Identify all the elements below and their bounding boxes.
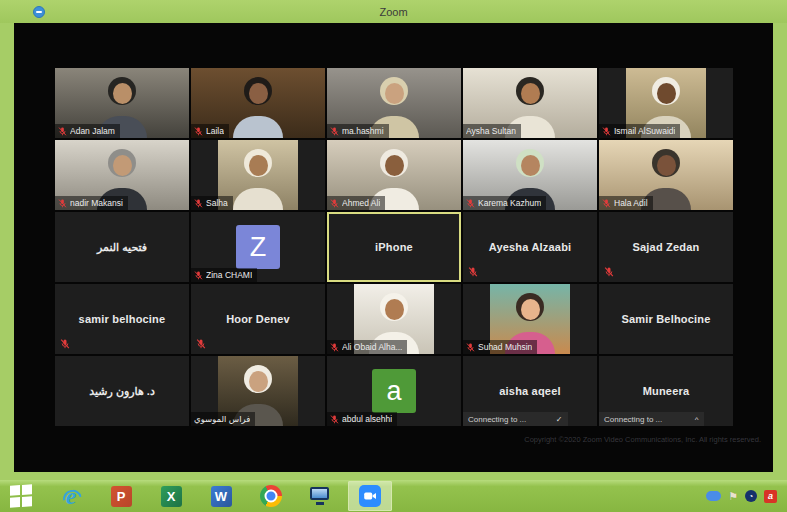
connecting-status-icon: ✓: [556, 415, 563, 424]
chrome-icon: [260, 485, 282, 507]
computer-icon: [310, 487, 332, 505]
connecting-status: Connecting to ... ^: [599, 412, 704, 426]
participant-tile[interactable]: Adan Jalam: [55, 68, 189, 138]
muted-mic-icon: [604, 267, 614, 277]
word-icon: W: [211, 486, 232, 507]
participant-name-badge: abdul alsehhi: [327, 412, 397, 426]
participant-name: Adan Jalam: [70, 126, 115, 136]
participant-name: ma.hashmi: [342, 126, 384, 136]
participant-name: د. هارون رشيد: [55, 356, 189, 426]
antivirus-tray-icon[interactable]: a: [764, 490, 777, 503]
participant-name: iPhone: [327, 212, 461, 282]
participant-name: Hoor Denev: [191, 284, 325, 354]
participant-tile[interactable]: Ahmed Ali: [327, 140, 461, 210]
video-grid: Adan Jalam Laila: [55, 68, 733, 426]
participant-name: Ahmed Ali: [342, 198, 380, 208]
participant-name: فتحيه النمر: [55, 212, 189, 282]
participant-tile[interactable]: ma.hashmi: [327, 68, 461, 138]
participant-name: Laila: [206, 126, 224, 136]
participant-name: Ayesha Alzaabi: [463, 212, 597, 282]
start-button[interactable]: [0, 480, 42, 512]
word-button[interactable]: W: [200, 480, 242, 512]
person-head: [657, 83, 676, 104]
participant-tile[interactable]: samir belhocine: [55, 284, 189, 354]
participant-tile[interactable]: Ali Obaid Alha...: [327, 284, 461, 354]
participant-name: Karema Kazhum: [478, 198, 541, 208]
participant-tile[interactable]: nadir Makansi: [55, 140, 189, 210]
muted-mic-icon: [468, 267, 478, 277]
windows-logo-icon: [10, 484, 32, 507]
participant-name-badge: Ali Obaid Alha...: [327, 340, 407, 354]
participant-tile[interactable]: Laila: [191, 68, 325, 138]
participant-tile[interactable]: د. هارون رشيد: [55, 356, 189, 426]
window-titlebar: Zoom: [0, 0, 787, 23]
participant-name: Hala Adil: [614, 198, 648, 208]
computer-button[interactable]: [300, 480, 342, 512]
participant-tile[interactable]: a abdul alsehhi: [327, 356, 461, 426]
person-head: [385, 155, 404, 176]
participant-tile[interactable]: فراس الموسوي: [191, 356, 325, 426]
participant-tile[interactable]: aisha aqeel Connecting to ... ✓: [463, 356, 597, 426]
flag-tray-icon[interactable]: ⚑: [728, 491, 738, 502]
participant-tile[interactable]: Samir Belhocine: [599, 284, 733, 354]
participant-name: Salha: [206, 198, 228, 208]
muted-mic-icon: [330, 127, 339, 136]
participant-tile[interactable]: فتحيه النمر: [55, 212, 189, 282]
connecting-status-icon: ^: [695, 415, 699, 424]
muted-mic-icon: [60, 339, 70, 349]
person-head: [113, 155, 132, 176]
internet-explorer-icon: e: [66, 484, 77, 508]
window-menu-button[interactable]: [33, 6, 45, 18]
participant-name: abdul alsehhi: [342, 414, 392, 424]
muted-mic-icon: [330, 343, 339, 352]
participant-name: فراس الموسوي: [194, 414, 250, 424]
participant-tile[interactable]: Hala Adil: [599, 140, 733, 210]
window-title: Zoom: [379, 6, 407, 18]
zoom-app-button[interactable]: [348, 481, 392, 511]
participant-tile[interactable]: Z Zina CHAMI: [191, 212, 325, 282]
person-head: [385, 83, 404, 104]
participant-tile[interactable]: Suhad Muhsin: [463, 284, 597, 354]
participant-name-badge: Karema Kazhum: [463, 196, 546, 210]
muted-mic-icon: [466, 343, 475, 352]
person-torso: [233, 188, 283, 210]
zoom-meeting-window: Adan Jalam Laila: [14, 23, 773, 472]
system-tray: ⚑ ◔ a: [706, 480, 777, 512]
participant-name-badge: Adan Jalam: [55, 124, 120, 138]
participant-name: Sajad Zedan: [599, 212, 733, 282]
powerpoint-icon: P: [111, 486, 132, 507]
participant-tile[interactable]: Karema Kazhum: [463, 140, 597, 210]
participant-tile[interactable]: Salha: [191, 140, 325, 210]
participant-tile[interactable]: iPhone: [327, 212, 461, 282]
participant-name-badge: Laila: [191, 124, 229, 138]
copyright-watermark: Copyright ©2020 Zoom Video Communication…: [524, 435, 761, 444]
participant-tile[interactable]: Ismail AlSuwaidi: [599, 68, 733, 138]
participant-tile[interactable]: Hoor Denev: [191, 284, 325, 354]
zoom-tray-icon[interactable]: [706, 491, 721, 501]
participant-tile[interactable]: Aysha Sultan: [463, 68, 597, 138]
person-head: [521, 155, 540, 176]
muted-mic-icon: [466, 199, 475, 208]
participant-tile[interactable]: Muneera Connecting to ... ^: [599, 356, 733, 426]
participant-name-badge: Ahmed Ali: [327, 196, 385, 210]
avatar: Z: [236, 225, 280, 269]
muted-mic-icon: [194, 199, 203, 208]
person-torso: [233, 116, 283, 138]
muted-mic-icon: [58, 127, 67, 136]
connecting-status-text: Connecting to ...: [468, 415, 526, 424]
muted-mic-icon: [330, 415, 339, 424]
participant-tile[interactable]: Sajad Zedan: [599, 212, 733, 282]
excel-button[interactable]: X: [150, 480, 192, 512]
internet-explorer-button[interactable]: e: [50, 480, 92, 512]
participant-name-badge: Salha: [191, 196, 233, 210]
chrome-button[interactable]: [250, 480, 292, 512]
participant-name: Ismail AlSuwaidi: [614, 126, 675, 136]
participant-name: samir belhocine: [55, 284, 189, 354]
participant-name-badge: nadir Makansi: [55, 196, 128, 210]
connecting-status: Connecting to ... ✓: [463, 412, 568, 426]
powerpoint-button[interactable]: P: [100, 480, 142, 512]
muted-mic-icon: [602, 127, 611, 136]
person-head: [249, 155, 268, 176]
status-tray-icon[interactable]: ◔: [745, 490, 757, 502]
participant-tile[interactable]: Ayesha Alzaabi: [463, 212, 597, 282]
